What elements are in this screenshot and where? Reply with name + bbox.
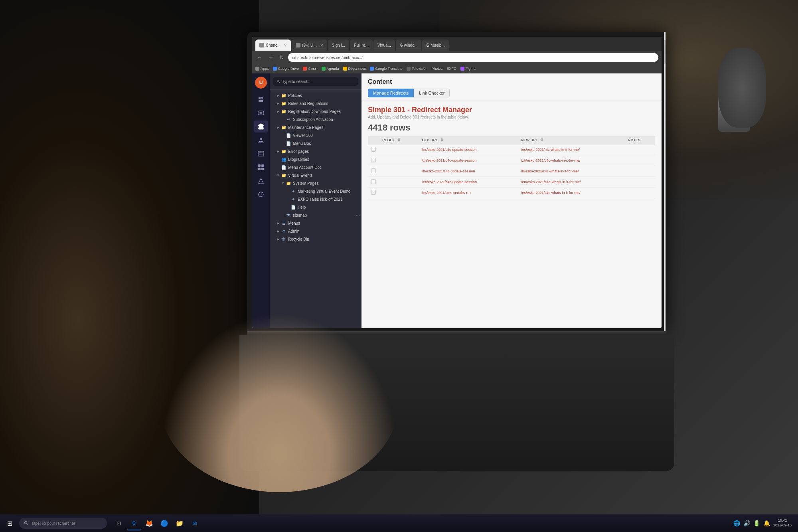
taskbar-app-edge[interactable]: e xyxy=(127,516,141,530)
tree-item-exfosales[interactable]: ▶ ✦ EXFO sales kick-off 2021 xyxy=(270,195,361,203)
notification-icon[interactable]: 🔔 xyxy=(763,520,770,526)
tree-item-subscription[interactable]: ▶ ↩ Subscription Activation xyxy=(270,115,361,123)
table-row[interactable]: /en/esko-2021/c4c-update-session /en/esk… xyxy=(368,177,655,188)
undo-icon: ↩ xyxy=(286,117,291,122)
sidebar-icon-deploy[interactable] xyxy=(254,175,268,187)
bookmark-figma[interactable]: Figma xyxy=(460,67,476,71)
doc-icon: 📄 xyxy=(281,164,286,170)
tree-item-errorpages[interactable]: ▶ 📁 Error pages xyxy=(270,147,361,155)
tree-dots[interactable]: ··· xyxy=(356,212,360,218)
row-new-url-2[interactable]: /fr/esko-2021/c4c-whats-in-it-for-me/ xyxy=(518,166,625,177)
row-old-url-2[interactable]: /fr/esko-2021/c4c-update-session xyxy=(419,166,518,177)
tree-item-menudoc[interactable]: ▶ 📄 Menu Doc xyxy=(270,139,361,147)
col-header-regex[interactable]: REGEX ⇅ xyxy=(379,136,419,144)
row-checkbox-3[interactable] xyxy=(368,177,379,188)
bookmark-drive[interactable]: Google Drive xyxy=(273,67,299,71)
tree-item-registration[interactable]: ▶ 📁 Registration/Download Pages xyxy=(270,107,361,115)
row-checkbox-0[interactable] xyxy=(368,144,379,155)
tree-arrow: ▶ xyxy=(276,221,280,225)
reload-button[interactable]: ↻ xyxy=(278,53,286,61)
address-bar[interactable]: cms-exfo.azurewebsites.net/umbraco/#/ xyxy=(288,53,658,62)
sidebar-icon-media[interactable] xyxy=(254,107,268,119)
browser-tab-3[interactable]: Sign i... xyxy=(328,40,349,51)
bookmark-photos[interactable]: Photos xyxy=(431,67,442,71)
col-header-old-url[interactable]: OLD URL ⇅ xyxy=(419,136,518,144)
tab-close-2[interactable]: ✕ xyxy=(320,43,323,47)
tree-item-rules[interactable]: ▶ 📁 Rules and Regulations xyxy=(270,99,361,107)
browser-tab-7[interactable]: G Muelb... xyxy=(422,40,448,51)
row-checkbox-2[interactable] xyxy=(368,166,379,177)
tree-item-marketingvirtual[interactable]: ▶ ✦ Marketing Virtual Event Demo xyxy=(270,187,361,195)
back-button[interactable]: ← xyxy=(255,53,264,61)
tree-item-sitemap[interactable]: ▶ 🗺 sitemap ··· xyxy=(270,211,361,219)
row-checkbox-4[interactable] xyxy=(368,188,379,198)
tree-item-virtualevents[interactable]: ▼ 📁 Virtual Events xyxy=(270,171,361,179)
row-new-url-1[interactable]: /zh/esko-2021/c4c-whats-in-it-for-me/ xyxy=(518,155,625,166)
sidebar-icon-settings[interactable] xyxy=(254,121,268,133)
browser-tab-2[interactable]: (9+) U... ✕ xyxy=(292,40,327,51)
regex-sort[interactable]: REGEX ⇅ xyxy=(382,138,401,142)
taskbar-app-mail[interactable]: ✉ xyxy=(188,516,202,530)
bookmark-exfo[interactable]: EXFO xyxy=(446,67,456,71)
browser-tab-6[interactable]: G windc... xyxy=(396,40,421,51)
bookmark-translate[interactable]: Google Translate xyxy=(370,67,403,71)
tree-item-admin[interactable]: ▶ ⚙ Admin xyxy=(270,227,361,235)
taskbar-search[interactable]: Taper ici pour rechercher xyxy=(19,518,107,529)
col-header-new-url[interactable]: NEW URL ⇅ xyxy=(518,136,625,144)
bookmark-gmail[interactable]: Gmail xyxy=(303,67,318,71)
browser-tab-5[interactable]: Virtua... xyxy=(373,40,395,51)
bookmark-television[interactable]: Televisión xyxy=(407,67,428,71)
tree-item-recyclebin[interactable]: ▶ 🗑 Recycle Bin xyxy=(270,235,361,243)
table-row[interactable]: /fr/esko-2021/c4c-update-session /fr/esk… xyxy=(368,166,655,177)
checkbox-0[interactable] xyxy=(371,147,376,152)
tree-item-maintenance[interactable]: ▶ 📁 Maintenance Pages xyxy=(270,123,361,131)
start-button[interactable]: ⊞ xyxy=(3,517,16,530)
checkbox-4[interactable] xyxy=(371,190,376,195)
sidebar-icon-forms[interactable] xyxy=(254,148,268,160)
bookmark-depanneur[interactable]: Dépanneur xyxy=(343,67,366,71)
tree-item-help[interactable]: ▶ 📄 Help xyxy=(270,203,361,211)
sidebar-icon-data[interactable] xyxy=(254,161,268,173)
row-new-url-4[interactable]: /es/esko-2021/c4c-whats-in-it-for-me/ xyxy=(518,188,625,198)
search-placeholder: Type to search... xyxy=(282,79,312,84)
table-row[interactable]: /es/esko-2021/c4c-update-session /es/esk… xyxy=(368,144,655,155)
old-url-sort[interactable]: OLD URL ⇅ xyxy=(422,138,444,142)
table-row[interactable]: /zh/esko-2021/c4c-update-session /zh/esk… xyxy=(368,155,655,166)
tree-item-viewer360[interactable]: ▶ 📄 Viewer 360 xyxy=(270,131,361,139)
row-old-url-1[interactable]: /zh/esko-2021/c4c-update-session xyxy=(419,155,518,166)
sidebar-icon-content[interactable] xyxy=(254,93,268,105)
tab-close-active[interactable]: ✕ xyxy=(284,43,287,47)
row-old-url-3[interactable]: /en/esko-2021/c4c-update-session xyxy=(419,177,518,188)
tree-item-menuaccountdoc[interactable]: ▶ 📄 Menu Account Doc xyxy=(270,163,361,171)
content-tree-panel: Type to search... ▶ 📁 Policies ▶ 📁 Ru xyxy=(270,73,361,328)
taskbar-app-chrome[interactable]: 🔵 xyxy=(157,516,172,530)
new-url-sort[interactable]: NEW URL ⇅ xyxy=(521,138,543,142)
tree-item-menus[interactable]: ▶ ☰ Menus xyxy=(270,219,361,227)
sidebar-icon-help[interactable]: ? xyxy=(254,188,268,200)
row-new-url-3[interactable]: /en/esko-2021/c4e-whats-in-it-for-me/ xyxy=(518,177,625,188)
tree-item-biographies[interactable]: ▶ 👥 Biographies xyxy=(270,155,361,163)
row-old-url-0[interactable]: /es/esko-2021/c4c-update-session xyxy=(419,144,518,155)
taskbar-app-explorer[interactable]: 📁 xyxy=(172,516,187,530)
taskbar-app-task-view[interactable]: ⊡ xyxy=(112,516,126,530)
tab-label-3: Sign i... xyxy=(332,43,345,47)
bookmark-apps[interactable]: Apps xyxy=(255,67,269,71)
forward-button[interactable]: → xyxy=(267,53,275,61)
tree-item-systempages[interactable]: ▼ 📁 System Pages xyxy=(270,179,361,187)
checkbox-2[interactable] xyxy=(371,168,376,173)
checkbox-1[interactable] xyxy=(371,158,376,162)
browser-tab-4[interactable]: Pull re... xyxy=(350,40,373,51)
tree-item-policies[interactable]: ▶ 📁 Policies xyxy=(270,91,361,99)
bookmark-agenda[interactable]: Agenda xyxy=(322,67,339,71)
checkbox-3[interactable] xyxy=(371,179,376,184)
sidebar-icon-users[interactable] xyxy=(254,134,268,146)
tab-manage-redirects[interactable]: Manage Redirects xyxy=(368,89,414,97)
taskbar-app-firefox[interactable]: 🦊 xyxy=(142,516,156,530)
search-input[interactable]: Type to search... xyxy=(273,77,358,86)
row-old-url-4[interactable]: /es/esko-2021/cms-certahs-rrrr xyxy=(419,188,518,198)
table-row[interactable]: /es/esko-2021/cms-certahs-rrrr /es/esko-… xyxy=(368,188,655,198)
browser-tab-active[interactable]: Chanc... ✕ xyxy=(255,40,291,51)
row-new-url-0[interactable]: /es/esko-2021/r4c-whats-in-it-for-me/ xyxy=(518,144,625,155)
row-checkbox-1[interactable] xyxy=(368,155,379,166)
tab-link-checker[interactable]: Link Checker xyxy=(414,89,450,97)
